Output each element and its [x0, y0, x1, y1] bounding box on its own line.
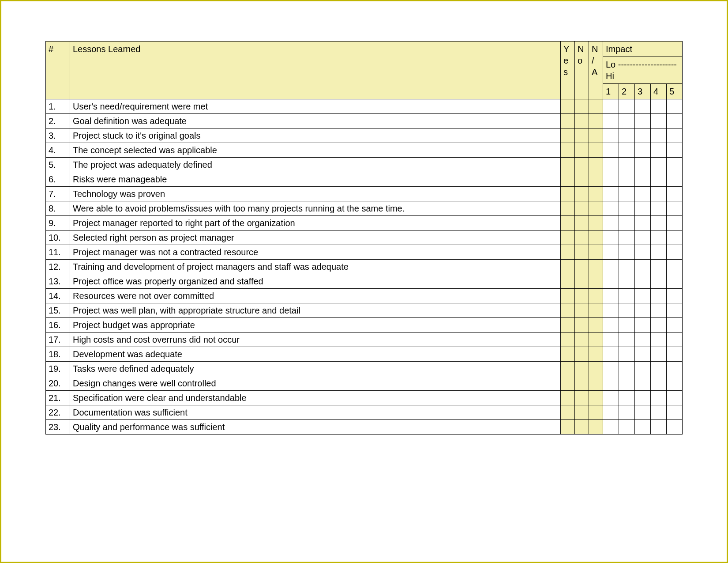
cell-impact-3[interactable] — [634, 362, 650, 376]
cell-impact-1[interactable] — [603, 391, 619, 405]
cell-impact-1[interactable] — [603, 333, 619, 347]
cell-no[interactable] — [574, 260, 589, 274]
cell-impact-1[interactable] — [603, 201, 619, 216]
cell-no[interactable] — [574, 172, 589, 187]
cell-impact-2[interactable] — [619, 245, 634, 260]
cell-impact-5[interactable] — [666, 260, 682, 274]
cell-impact-1[interactable] — [603, 143, 619, 158]
cell-no[interactable] — [574, 99, 589, 114]
cell-impact-4[interactable] — [650, 405, 666, 420]
cell-impact-4[interactable] — [650, 143, 666, 158]
cell-impact-2[interactable] — [619, 376, 634, 391]
cell-impact-3[interactable] — [634, 260, 650, 274]
cell-impact-2[interactable] — [619, 420, 634, 435]
cell-no[interactable] — [574, 289, 589, 303]
cell-impact-2[interactable] — [619, 201, 634, 216]
cell-no[interactable] — [574, 201, 589, 216]
cell-no[interactable] — [574, 376, 589, 391]
cell-impact-4[interactable] — [650, 216, 666, 230]
cell-impact-1[interactable] — [603, 318, 619, 333]
cell-impact-4[interactable] — [650, 172, 666, 187]
cell-impact-2[interactable] — [619, 318, 634, 333]
cell-na[interactable] — [589, 362, 603, 376]
cell-impact-5[interactable] — [666, 114, 682, 128]
cell-impact-1[interactable] — [603, 99, 619, 114]
cell-yes[interactable] — [560, 187, 574, 201]
cell-na[interactable] — [589, 245, 603, 260]
cell-impact-3[interactable] — [634, 318, 650, 333]
cell-impact-5[interactable] — [666, 347, 682, 362]
cell-yes[interactable] — [560, 274, 574, 289]
cell-impact-1[interactable] — [603, 347, 619, 362]
cell-na[interactable] — [589, 420, 603, 435]
cell-no[interactable] — [574, 420, 589, 435]
cell-impact-3[interactable] — [634, 201, 650, 216]
cell-impact-3[interactable] — [634, 376, 650, 391]
cell-yes[interactable] — [560, 420, 574, 435]
cell-yes[interactable] — [560, 347, 574, 362]
cell-impact-4[interactable] — [650, 289, 666, 303]
cell-impact-1[interactable] — [603, 230, 619, 245]
cell-impact-3[interactable] — [634, 347, 650, 362]
cell-impact-3[interactable] — [634, 216, 650, 230]
cell-impact-2[interactable] — [619, 187, 634, 201]
cell-impact-4[interactable] — [650, 99, 666, 114]
cell-impact-3[interactable] — [634, 230, 650, 245]
cell-impact-1[interactable] — [603, 289, 619, 303]
cell-no[interactable] — [574, 274, 589, 289]
cell-no[interactable] — [574, 318, 589, 333]
cell-impact-3[interactable] — [634, 158, 650, 172]
cell-impact-2[interactable] — [619, 158, 634, 172]
cell-impact-2[interactable] — [619, 405, 634, 420]
cell-no[interactable] — [574, 391, 589, 405]
cell-impact-1[interactable] — [603, 420, 619, 435]
cell-impact-1[interactable] — [603, 274, 619, 289]
cell-no[interactable] — [574, 245, 589, 260]
cell-impact-4[interactable] — [650, 362, 666, 376]
cell-na[interactable] — [589, 114, 603, 128]
cell-impact-3[interactable] — [634, 391, 650, 405]
cell-impact-3[interactable] — [634, 172, 650, 187]
cell-impact-2[interactable] — [619, 347, 634, 362]
cell-na[interactable] — [589, 201, 603, 216]
cell-impact-1[interactable] — [603, 362, 619, 376]
cell-impact-4[interactable] — [650, 260, 666, 274]
cell-yes[interactable] — [560, 99, 574, 114]
cell-impact-5[interactable] — [666, 318, 682, 333]
cell-impact-3[interactable] — [634, 289, 650, 303]
cell-impact-1[interactable] — [603, 303, 619, 318]
cell-impact-2[interactable] — [619, 216, 634, 230]
cell-impact-5[interactable] — [666, 230, 682, 245]
cell-impact-5[interactable] — [666, 333, 682, 347]
cell-yes[interactable] — [560, 216, 574, 230]
cell-impact-3[interactable] — [634, 303, 650, 318]
cell-impact-1[interactable] — [603, 187, 619, 201]
cell-impact-5[interactable] — [666, 391, 682, 405]
cell-impact-2[interactable] — [619, 391, 634, 405]
cell-impact-2[interactable] — [619, 230, 634, 245]
cell-impact-5[interactable] — [666, 187, 682, 201]
cell-na[interactable] — [589, 333, 603, 347]
cell-na[interactable] — [589, 172, 603, 187]
cell-impact-5[interactable] — [666, 405, 682, 420]
cell-no[interactable] — [574, 333, 589, 347]
cell-impact-3[interactable] — [634, 333, 650, 347]
cell-impact-2[interactable] — [619, 172, 634, 187]
cell-impact-5[interactable] — [666, 158, 682, 172]
cell-impact-3[interactable] — [634, 128, 650, 143]
cell-impact-5[interactable] — [666, 143, 682, 158]
cell-impact-3[interactable] — [634, 405, 650, 420]
cell-no[interactable] — [574, 187, 589, 201]
cell-impact-5[interactable] — [666, 362, 682, 376]
cell-impact-1[interactable] — [603, 216, 619, 230]
cell-impact-2[interactable] — [619, 333, 634, 347]
cell-yes[interactable] — [560, 172, 574, 187]
cell-na[interactable] — [589, 260, 603, 274]
cell-yes[interactable] — [560, 333, 574, 347]
cell-na[interactable] — [589, 230, 603, 245]
cell-impact-3[interactable] — [634, 420, 650, 435]
cell-impact-3[interactable] — [634, 245, 650, 260]
cell-na[interactable] — [589, 347, 603, 362]
cell-impact-4[interactable] — [650, 187, 666, 201]
cell-yes[interactable] — [560, 128, 574, 143]
